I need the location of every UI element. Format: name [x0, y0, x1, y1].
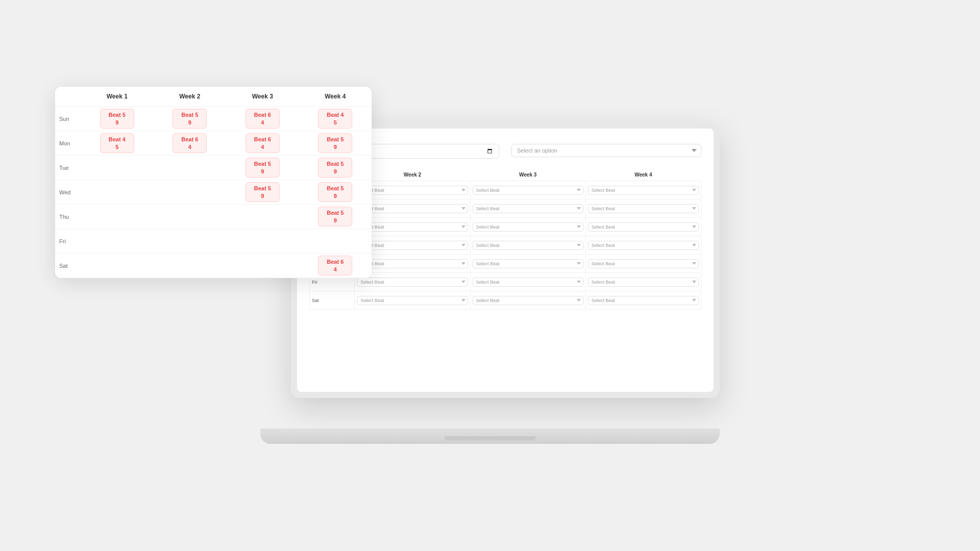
beat-select-fri-week3[interactable]: Select Beat	[473, 278, 583, 287]
card-cell-tue-week1	[81, 156, 154, 180]
card-cell-mon-week3: Beat 64	[226, 131, 299, 156]
beat-badge-sun-week2: Beat 59	[173, 109, 207, 129]
beat-name: Beat 5	[254, 185, 271, 192]
beat-badge-sun-week4: Beat 45	[318, 109, 352, 129]
card-week4-header: Week 4	[299, 87, 372, 107]
beat-name: Beat 4	[327, 111, 344, 118]
card-cell-wed-week3: Beat 59	[226, 180, 299, 205]
card-cell-mon-week2: Beat 64	[154, 131, 227, 156]
beat-select-sat-week2[interactable]: Select Beat	[357, 296, 468, 305]
card-cell-sun-week3: Beat 64	[226, 107, 299, 131]
card-schedule-table: Week 1 Week 2 Week 3 Week 4 SunBeat 59Be…	[55, 87, 372, 278]
laptop-cell-thu-week2: Select Beat	[355, 255, 470, 273]
laptop-cell-sat-week3: Select Beat	[470, 291, 585, 310]
beat-num: 4	[261, 143, 264, 151]
beat-name: Beat 4	[109, 136, 126, 143]
beat-badge-mon-week2: Beat 64	[173, 133, 207, 153]
card-day-tue: Tue	[55, 156, 81, 180]
laptop-base	[260, 429, 720, 444]
card-cell-thu-week4: Beat 59	[299, 205, 372, 229]
beat-select-wed-week2[interactable]: Select Beat	[357, 241, 468, 250]
beat-num: 4	[188, 143, 191, 151]
beat-badge-sat-week4: Beat 64	[318, 256, 352, 276]
card-row-tue: TueBeat 59Beat 59	[55, 156, 372, 180]
card-day-sun: Sun	[55, 107, 81, 131]
beat-select-mon-week3[interactable]: Select Beat	[473, 204, 583, 213]
laptop-cell-sun-week2: Select Beat	[355, 181, 470, 199]
beat-num: 9	[334, 217, 337, 224]
beat-select-fri-week2[interactable]: Select Beat	[357, 278, 468, 287]
laptop-week3-header: Week 3	[470, 169, 585, 181]
laptop-notch	[444, 436, 536, 440]
card-cell-sat-week3	[226, 254, 299, 278]
laptop-cell-mon-week2: Select Beat	[355, 199, 470, 218]
beat-badge-sun-week3: Beat 64	[246, 109, 280, 129]
beat-select-tue-week4[interactable]: Select Beat	[588, 222, 699, 232]
beat-select-thu-week3[interactable]: Select Beat	[473, 259, 583, 268]
card-cell-fri-week4	[299, 229, 372, 254]
beat-name: Beat 6	[181, 136, 198, 143]
beat-badge-sun-week1: Beat 59	[100, 109, 134, 129]
card-day-mon: Mon	[55, 131, 81, 156]
card-row-sat: SatBeat 64	[55, 254, 372, 278]
card-week2-header: Week 2	[154, 87, 227, 107]
beat-name: Beat 5	[109, 111, 126, 118]
beat-select-sun-week2[interactable]: Select Beat	[357, 186, 468, 195]
beat-badge-wed-week4: Beat 59	[318, 182, 352, 202]
floating-card: Week 1 Week 2 Week 3 Week 4 SunBeat 59Be…	[55, 87, 372, 278]
beat-num: 9	[334, 192, 337, 199]
card-cell-fri-week3	[226, 229, 299, 254]
laptop-cell-mon-week3: Select Beat	[470, 199, 585, 218]
laptop-day-sat: Sat	[310, 291, 355, 310]
beat-name: Beat 5	[327, 185, 344, 192]
beat-name: Beat 5	[327, 136, 344, 143]
beat-num: 9	[261, 168, 264, 175]
beat-select-tue-week3[interactable]: Select Beat	[473, 222, 583, 232]
laptop-cell-thu-week4: Select Beat	[585, 255, 701, 273]
beat-name: Beat 5	[327, 160, 344, 167]
beat-select-sun-week4[interactable]: Select Beat	[588, 186, 699, 195]
card-day-header	[55, 87, 81, 107]
card-cell-wed-week1	[81, 180, 154, 205]
card-cell-sat-week1	[81, 254, 154, 278]
laptop-cell-thu-week3: Select Beat	[470, 255, 585, 273]
beat-badge-mon-week1: Beat 45	[100, 133, 134, 153]
beat-select-wed-week3[interactable]: Select Beat	[473, 241, 583, 250]
laptop-cell-sat-week4: Select Beat	[585, 291, 701, 310]
beat-select-thu-week2[interactable]: Select Beat	[357, 259, 468, 268]
card-cell-wed-week4: Beat 59	[299, 180, 372, 205]
card-week3-header: Week 3	[226, 87, 299, 107]
card-day-sat: Sat	[55, 254, 81, 278]
card-row-sun: SunBeat 59Beat 59Beat 64Beat 45	[55, 107, 372, 131]
beat-select-mon-week2[interactable]: Select Beat	[357, 204, 468, 213]
beat-num: 9	[188, 119, 191, 126]
beat-select-sun-week3[interactable]: Select Beat	[473, 186, 583, 195]
beat-name: Beat 5	[254, 160, 271, 167]
laptop-cell-sun-week3: Select Beat	[470, 181, 585, 199]
card-row-wed: WedBeat 59Beat 59	[55, 180, 372, 205]
laptop-cell-fri-week4: Select Beat	[585, 273, 701, 291]
beat-select-wed-week4[interactable]: Select Beat	[588, 241, 699, 250]
card-day-fri: Fri	[55, 229, 81, 254]
laptop-cell-wed-week2: Select Beat	[355, 236, 470, 255]
card-day-wed: Wed	[55, 180, 81, 205]
beat-select-tue-week2[interactable]: Select Beat	[357, 222, 468, 232]
laptop-cell-fri-week2: Select Beat	[355, 273, 470, 291]
card-row-thu: ThuBeat 59	[55, 205, 372, 229]
beat-name: Beat 5	[181, 111, 198, 118]
beat-num: 5	[115, 143, 118, 151]
card-cell-thu-week1	[81, 205, 154, 229]
beat-badge-mon-week4: Beat 59	[318, 133, 352, 153]
beat-name: Beat 6	[327, 258, 344, 265]
beat-select-fri-week4[interactable]: Select Beat	[588, 278, 699, 287]
select-dsr-dropdown[interactable]: Select an option	[511, 144, 701, 157]
card-cell-mon-week1: Beat 45	[81, 131, 154, 156]
beat-select-mon-week4[interactable]: Select Beat	[588, 204, 699, 213]
laptop-cell-mon-week4: Select Beat	[585, 199, 701, 218]
beat-badge-wed-week3: Beat 59	[246, 182, 280, 202]
beat-select-sat-week3[interactable]: Select Beat	[473, 296, 583, 305]
card-cell-sun-week2: Beat 59	[154, 107, 227, 131]
beat-select-sat-week4[interactable]: Select Beat	[588, 296, 699, 305]
beat-badge-mon-week3: Beat 64	[246, 133, 280, 153]
beat-select-thu-week4[interactable]: Select Beat	[588, 259, 699, 268]
